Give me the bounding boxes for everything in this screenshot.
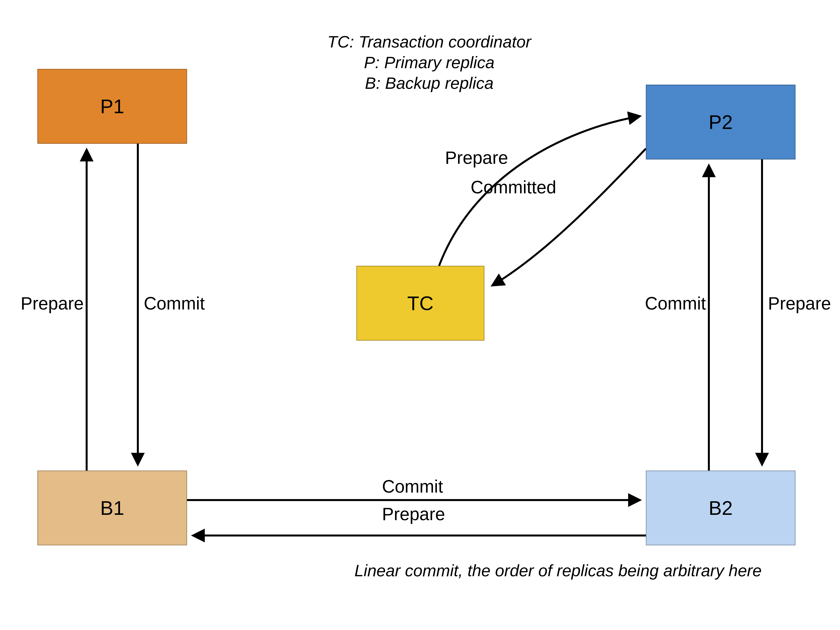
arrows-layer [0,0,840,630]
label-p1b1-commit: Commit [144,293,205,314]
label-b1b2-commit: Commit [382,477,443,497]
label-p1b1-prepare: Prepare [13,293,84,314]
diagram-stage: TC: Transaction coordinator P: Primary r… [0,0,840,630]
label-tcp2-committed: Committed [471,177,556,197]
caption: Linear commit, the order of replicas bei… [354,561,762,580]
label-p2b2-prepare: Prepare [768,293,831,314]
label-p2b2-commit: Commit [635,293,706,314]
label-tcp2-prepare: Prepare [445,148,508,168]
label-b1b2-prepare: Prepare [382,504,445,524]
